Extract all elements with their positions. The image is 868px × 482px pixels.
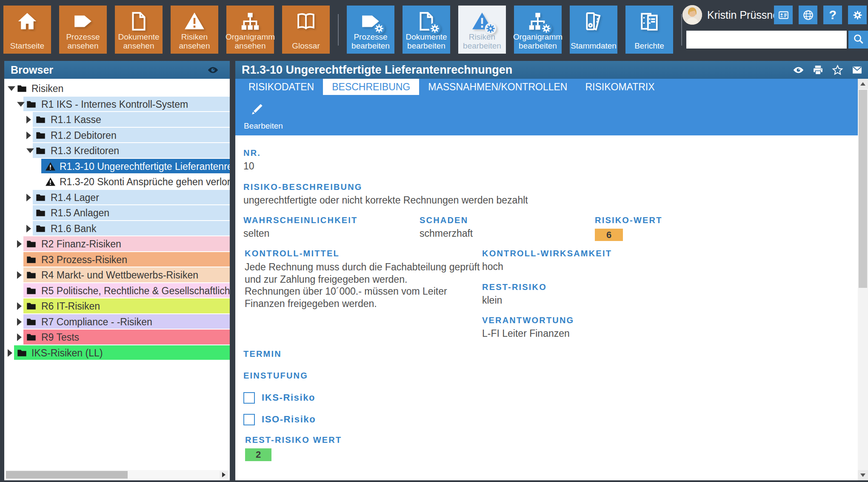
tree-item-iks-risiken-ll[interactable]: IKS-Risiken (LL) <box>4 345 230 361</box>
button-dokumente-ansehen[interactable]: Dokumente ansehen <box>115 6 163 54</box>
folder-icon <box>26 285 37 296</box>
button-label: Glossar <box>292 32 320 50</box>
panel-eye-icon[interactable] <box>207 64 219 76</box>
tree-item-label: R2 Finanz-Risiken <box>41 238 121 250</box>
expand-arrow-icon[interactable] <box>8 349 12 357</box>
glossary-book-icon <box>295 11 317 32</box>
collapse-arrow-icon[interactable] <box>26 149 34 153</box>
tree-item-risiken[interactable]: Risiken <box>4 81 230 97</box>
iks-risiko-checkbox[interactable] <box>243 392 255 404</box>
sidebar-horizontal-scrollbar[interactable] <box>5 470 229 479</box>
button-risiken-ansehen[interactable]: Risiken ansehen <box>171 6 218 54</box>
button-organigramm-bearbeiten[interactable]: Organigramm bearbeiten <box>514 6 562 54</box>
expand-arrow-icon[interactable] <box>17 271 22 279</box>
tree-item-r7-compliance-risiken[interactable]: R7 Compliance - -Risiken <box>4 314 230 330</box>
iso-risiko-checkbox[interactable] <box>243 414 255 425</box>
expand-arrow-icon[interactable] <box>17 318 22 326</box>
tree-item-r6-it-risiken[interactable]: R6 IT-Risiken <box>4 298 230 314</box>
star-icon[interactable] <box>832 64 843 76</box>
scrollbar-thumb[interactable] <box>6 471 128 479</box>
id-card-button[interactable] <box>774 6 793 24</box>
tab-beschreibung[interactable]: BESCHREIBUNG <box>323 79 419 95</box>
printer-icon[interactable] <box>812 64 824 76</box>
tree-item-r1-1-kasse[interactable]: R1.1 Kasse <box>4 112 230 128</box>
scrollbar-down-arrow[interactable] <box>858 470 868 480</box>
toolbar-icon-buttons: ? <box>774 6 867 24</box>
icon-area <box>571 10 616 32</box>
button-startseite[interactable]: Startseite <box>3 6 51 54</box>
help-button[interactable]: ? <box>823 6 842 24</box>
expand-arrow-icon[interactable] <box>17 333 22 341</box>
expand-arrow-icon[interactable] <box>26 132 31 139</box>
tree-item-r1-4-lager[interactable]: R1.4 Lager <box>4 190 230 206</box>
field-wahrscheinlichkeit-value: selten <box>243 228 358 239</box>
tree-item-r1-3-10-ungerechtfertigte-lieferantenrechnungen[interactable]: R1.3-10 Ungerechtfertigte Lieferantenrec… <box>4 159 230 175</box>
tree-item-r3-prozess-risiken[interactable]: R3 Prozess-Risiken <box>4 252 230 268</box>
button-prozesse-bearbeiten[interactable]: Prozesse bearbeiten <box>347 6 394 54</box>
field-wahrscheinlichkeit-label: WAHRSCHEINLICHKEIT <box>243 215 358 225</box>
iks-risiko-checkbox-label: IKS-Risiko <box>262 392 315 403</box>
tree-item-r1-2-debitoren[interactable]: R1.2 Debitoren <box>4 128 230 143</box>
button-organigramm-ansehen[interactable]: Organigramm ansehen <box>226 6 274 54</box>
gear-overlay-icon <box>540 23 552 34</box>
tree-item-label: R1.4 Lager <box>51 192 99 203</box>
field-termin-label: TERMIN <box>243 349 282 359</box>
icon-area <box>284 10 328 32</box>
eye-icon[interactable] <box>793 64 804 76</box>
button-risiken-bearbeiten[interactable]: Risiken bearbeiten <box>458 6 506 54</box>
tab-risikodaten[interactable]: RISIKODATEN <box>240 79 323 95</box>
tree-item-r1-3-kreditoren[interactable]: R1.3 Kreditoren <box>4 143 230 159</box>
rest-risiko-wert-badge: 2 <box>245 448 271 461</box>
expand-arrow-icon[interactable] <box>26 116 31 123</box>
avatar[interactable] <box>682 5 702 25</box>
expand-arrow-icon[interactable] <box>26 225 31 232</box>
tree-item-label: R1 IKS - Internes Kontroll-System <box>41 98 188 110</box>
detail-titlebar: R1.3-10 Ungerechtfertigte Lieferantenrec… <box>235 61 868 79</box>
tree-item-r1-5-anlagen[interactable]: R1.5 Anlagen <box>4 205 230 221</box>
tree-item-label: IKS-Risiken (LL) <box>31 347 103 359</box>
search-input[interactable] <box>686 31 847 49</box>
tree-item-r4-markt-und-wettbewerbs-risiken[interactable]: R4 Markt- und Wettbewerbs-Risiken <box>4 267 230 283</box>
mail-icon[interactable] <box>851 64 863 76</box>
expand-arrow-icon[interactable] <box>26 194 31 201</box>
tree-item-label: R1.5 Anlagen <box>51 207 109 219</box>
collapse-arrow-icon[interactable] <box>8 86 15 91</box>
tree-item-r1-3-20-skonti-anspr-che-gehen-verloren[interactable]: R1.3-20 Skonti Ansprüche gehen verloren <box>4 174 230 190</box>
scrollbar-right-arrow[interactable] <box>220 471 228 479</box>
tab-risikomatrix[interactable]: RISIKOMATRIX <box>576 79 663 95</box>
tree-item-label: R1.6 Bank <box>51 223 96 234</box>
search-icon <box>853 33 864 46</box>
tree-item-r1-6-bank[interactable]: R1.6 Bank <box>4 221 230 237</box>
scrollbar-thumb[interactable] <box>859 90 867 288</box>
checkbox-row-iks-risiko[interactable]: IKS-Risiko <box>243 389 316 406</box>
button-stammdaten[interactable]: Stammdaten <box>570 6 617 54</box>
expand-arrow-icon[interactable] <box>17 240 22 248</box>
collapse-arrow-icon[interactable] <box>17 102 25 106</box>
checkbox-row-iso-risiko[interactable]: ISO-Risiko <box>243 411 316 428</box>
tree-item-r2-finanz-risiken[interactable]: R2 Finanz-Risiken <box>4 236 230 252</box>
button-label: Organigramm bearbeiten <box>513 32 562 50</box>
main-vertical-scrollbar[interactable] <box>858 79 868 480</box>
scrollbar-up-arrow[interactable] <box>858 79 868 89</box>
tree-item-r9-tests[interactable]: R9 Tests <box>4 330 230 345</box>
bearbeiten-button[interactable]: Bearbeiten <box>240 96 288 134</box>
button-prozesse-ansehen[interactable]: Prozesse ansehen <box>59 6 107 54</box>
tree-item-label: R1.3-20 Skonti Ansprüche gehen verloren <box>60 176 230 188</box>
tree-item-label: R1.3-10 Ungerechtfertigte Lieferantenrec… <box>60 161 230 172</box>
org-chart-icon <box>240 11 261 32</box>
button-berichte[interactable]: Berichte <box>625 6 673 54</box>
field-risiko-wert-label: RISIKO-WERT <box>595 215 662 225</box>
search-button[interactable] <box>848 31 868 49</box>
globe-button[interactable] <box>799 6 817 24</box>
field-einstufung-label: EINSTUFUNG <box>243 371 308 381</box>
button-glossar[interactable]: Glossar <box>282 6 330 54</box>
button-dokumente-bearbeiten[interactable]: Dokumente bearbeiten <box>403 6 450 54</box>
tree-item-label: R4 Markt- und Wettbewerbs-Risiken <box>41 270 198 281</box>
tab-massnahmen-kontrollen[interactable]: MASSNAHMEN/KONTROLLEN <box>419 79 576 95</box>
settings-button[interactable] <box>848 6 867 24</box>
browser-panel-title: Browser <box>4 64 53 76</box>
folder-icon <box>16 83 28 94</box>
tree-item-r1-iks-internes-kontroll-system[interactable]: R1 IKS - Internes Kontroll-System <box>4 97 230 112</box>
expand-arrow-icon[interactable] <box>17 302 22 310</box>
tree-item-r5-politische-rechtliche-gesellschaftliche-risiken[interactable]: R5 Politische, Rechtliche & Gesellschaft… <box>4 283 230 299</box>
